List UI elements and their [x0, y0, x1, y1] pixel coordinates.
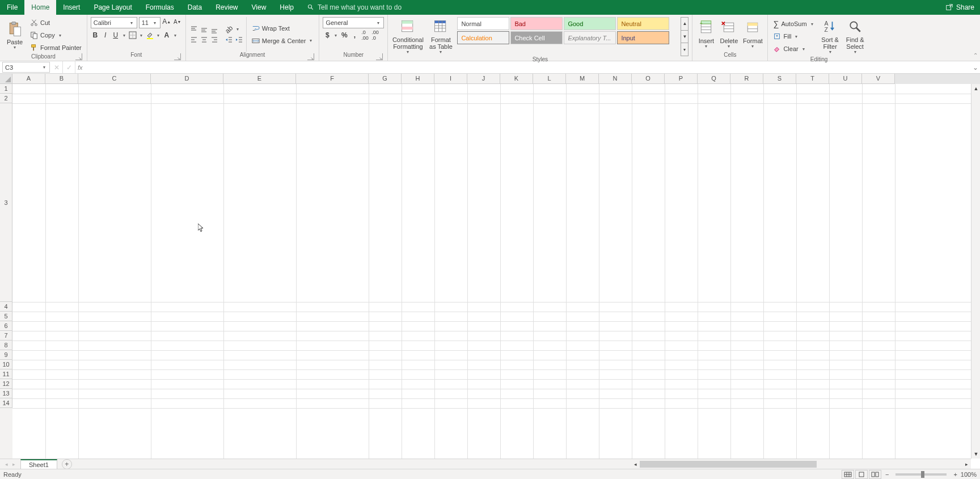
column-header-H[interactable]: H	[402, 74, 434, 84]
style-explanatory[interactable]: Explanatory T...	[564, 31, 616, 44]
normal-view-button[interactable]	[842, 470, 854, 479]
borders-button[interactable]	[128, 31, 137, 40]
tell-me-search[interactable]: Tell me what you want to do	[301, 0, 402, 15]
increase-indent-button[interactable]	[235, 35, 244, 44]
fill-button[interactable]: Fill	[771, 31, 816, 42]
style-neutral[interactable]: Neutral	[617, 17, 669, 30]
share-button[interactable]: Share	[945, 0, 980, 15]
sheet-tab-1[interactable]: Sheet1	[20, 459, 57, 469]
styles-gallery-more[interactable]: ▾	[681, 43, 688, 56]
hscroll-thumb[interactable]	[640, 461, 817, 468]
borders-dropdown[interactable]	[138, 33, 144, 38]
paste-dropdown[interactable]	[12, 45, 18, 51]
column-header-D[interactable]: D	[151, 74, 223, 84]
find-select-button[interactable]: Find & Select	[844, 17, 867, 56]
row-header-4[interactable]: 4	[0, 302, 12, 312]
tab-formulas[interactable]: Formulas	[139, 0, 181, 15]
row-header-6[interactable]: 6	[0, 321, 12, 331]
style-good[interactable]: Good	[564, 17, 616, 30]
underline-dropdown[interactable]	[121, 33, 127, 38]
decrease-decimal-button[interactable]: .00.0	[370, 31, 379, 40]
column-header-G[interactable]: G	[369, 74, 402, 84]
row-header-10[interactable]: 10	[0, 360, 12, 369]
row-header-9[interactable]: 9	[0, 350, 12, 360]
accounting-dropdown[interactable]	[333, 31, 339, 40]
row-header-5[interactable]: 5	[0, 312, 12, 321]
merge-center-button[interactable]: Merge & Center	[250, 35, 316, 47]
fill-color-button[interactable]	[145, 31, 154, 40]
copy-dropdown[interactable]	[57, 33, 63, 38]
format-cells-button[interactable]: Format	[741, 17, 764, 52]
zoom-level[interactable]: 100%	[961, 471, 977, 478]
column-header-U[interactable]: U	[829, 74, 862, 84]
delete-cells-button[interactable]: Delete	[719, 17, 739, 52]
paste-button[interactable]: Paste	[3, 17, 26, 53]
select-all-corner[interactable]	[0, 74, 12, 84]
align-right-button[interactable]	[210, 35, 219, 44]
font-size-combo[interactable]: 11	[139, 17, 160, 28]
column-header-R[interactable]: R	[730, 74, 763, 84]
column-header-A[interactable]: A	[12, 74, 45, 84]
column-header-N[interactable]: N	[599, 74, 632, 84]
style-normal[interactable]: Normal	[457, 17, 509, 30]
increase-font-button[interactable]: A▲	[162, 17, 171, 26]
scroll-left-button[interactable]: ◂	[631, 460, 640, 469]
row-header-14[interactable]: 14	[0, 398, 12, 408]
autosum-dropdown[interactable]	[809, 22, 815, 27]
scroll-right-button[interactable]: ▸	[962, 460, 971, 469]
name-box[interactable]: C3	[2, 62, 50, 73]
alignment-dialog-launcher[interactable]	[307, 53, 314, 60]
sort-filter-button[interactable]: AZ Sort & Filter	[819, 17, 842, 56]
enter-formula-button[interactable]: ✓	[63, 61, 75, 73]
autosum-button[interactable]: ∑AutoSum	[771, 18, 816, 30]
column-header-E[interactable]: E	[223, 74, 296, 84]
font-color-button[interactable]: A	[162, 31, 171, 40]
tab-home[interactable]: Home	[24, 0, 56, 15]
column-header-I[interactable]: I	[434, 74, 467, 84]
sheet-nav-first[interactable]: ◂	[3, 460, 10, 468]
row-header-2[interactable]: 2	[0, 94, 12, 103]
column-header-F[interactable]: F	[296, 74, 369, 84]
tab-help[interactable]: Help	[273, 0, 301, 15]
column-header-M[interactable]: M	[566, 74, 599, 84]
copy-button[interactable]: Copy	[28, 30, 83, 41]
scroll-down-button[interactable]: ▼	[971, 449, 980, 459]
cells-area[interactable]	[12, 84, 980, 459]
cancel-formula-button[interactable]: ✕	[50, 61, 63, 73]
font-name-combo[interactable]: Calibri	[91, 17, 137, 28]
format-painter-button[interactable]: Format Painter	[28, 42, 83, 53]
comma-format-button[interactable]: ,	[350, 31, 359, 40]
column-header-V[interactable]: V	[862, 74, 895, 84]
styles-scroll-up[interactable]: ▲	[681, 18, 688, 31]
wrap-text-button[interactable]: Wrap Text	[250, 23, 316, 34]
column-header-P[interactable]: P	[665, 74, 698, 84]
row-header-3[interactable]: 3	[0, 103, 12, 302]
bold-button[interactable]: B	[91, 31, 100, 40]
clear-dropdown[interactable]	[801, 47, 806, 52]
tab-view[interactable]: View	[245, 0, 273, 15]
align-top-button[interactable]	[189, 25, 198, 34]
increase-decimal-button[interactable]: .0.00	[360, 31, 369, 40]
tab-file[interactable]: File	[0, 0, 24, 15]
column-header-S[interactable]: S	[763, 74, 796, 84]
merge-dropdown[interactable]	[308, 38, 314, 43]
column-header-K[interactable]: K	[500, 74, 533, 84]
row-header-1[interactable]: 1	[0, 84, 12, 94]
zoom-slider-thumb[interactable]	[921, 471, 924, 478]
number-dialog-launcher[interactable]	[376, 53, 383, 60]
font-dialog-launcher[interactable]	[174, 53, 181, 60]
column-header-B[interactable]: B	[45, 74, 78, 84]
new-sheet-button[interactable]: +	[62, 459, 72, 469]
accounting-format-button[interactable]: $	[323, 31, 332, 40]
orientation-dropdown[interactable]	[235, 25, 240, 34]
collapse-ribbon-button[interactable]: ⌃	[973, 52, 978, 58]
sheet-nav-prev[interactable]: ▸	[11, 460, 17, 468]
row-header-8[interactable]: 8	[0, 341, 12, 350]
page-break-view-button[interactable]	[869, 470, 881, 479]
orientation-button[interactable]: ab	[225, 25, 234, 34]
style-calculation[interactable]: Calculation	[457, 31, 509, 44]
italic-button[interactable]: I	[101, 31, 110, 40]
page-layout-view-button[interactable]	[855, 470, 868, 479]
fx-icon[interactable]: fx	[75, 61, 85, 73]
row-header-11[interactable]: 11	[0, 369, 12, 379]
